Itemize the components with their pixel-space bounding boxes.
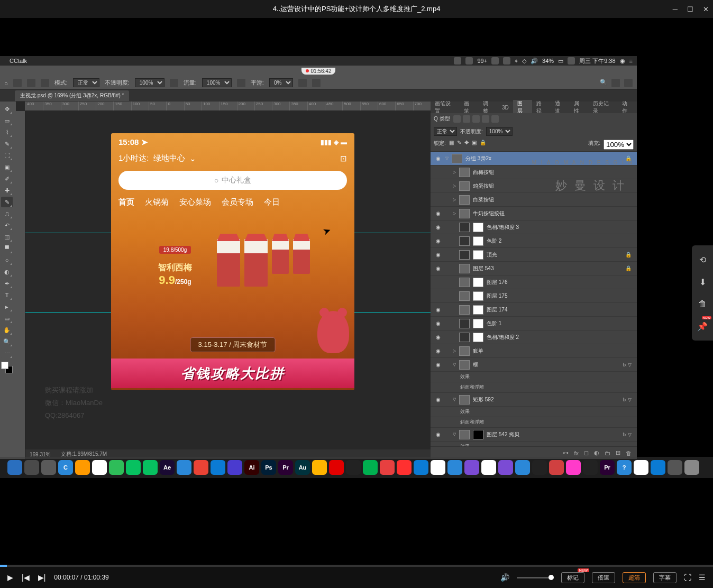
blend-mode-select[interactable]: 正常 <box>434 127 457 136</box>
dock-app[interactable]: N <box>481 460 496 475</box>
panel-tab[interactable]: 通道 <box>551 100 570 115</box>
volume-slider[interactable] <box>517 577 554 578</box>
expand-arrow[interactable]: ▷ <box>453 183 459 188</box>
visibility-toggle[interactable]: ◉ <box>431 238 445 244</box>
dock-app[interactable] <box>363 460 378 475</box>
dock-app[interactable] <box>227 460 242 475</box>
pressure-opacity-icon[interactable] <box>170 79 178 87</box>
dock-app[interactable] <box>549 460 564 475</box>
dock-app[interactable] <box>447 460 462 475</box>
dock-app[interactable] <box>684 460 699 475</box>
dock-app[interactable] <box>211 460 225 475</box>
menu-icon-1[interactable] <box>454 57 461 65</box>
minimize-button[interactable]: ─ <box>673 5 678 13</box>
link-icon[interactable]: ⊶ <box>563 449 569 456</box>
dock-app[interactable]: Ai <box>244 460 259 475</box>
dock-app[interactable] <box>346 460 361 475</box>
dock-app[interactable]: Pr <box>600 460 615 475</box>
play-button[interactable]: ▶ <box>7 573 13 582</box>
history-brush-tool[interactable]: ↶ <box>1 220 13 231</box>
share-icon[interactable]: ⟲ <box>697 254 708 265</box>
filter-image-icon[interactable] <box>453 115 461 123</box>
path-select-tool[interactable]: ▸ <box>1 301 13 312</box>
smooth-select[interactable]: 0% <box>269 78 293 87</box>
workspace-icon[interactable] <box>611 79 620 87</box>
flow-select[interactable]: 100% <box>202 78 232 87</box>
dock-app[interactable] <box>177 460 191 475</box>
menu-icon-2[interactable] <box>465 57 473 65</box>
quick-select-tool[interactable]: ✎ <box>1 139 13 149</box>
layer-row[interactable]: 效果 <box>431 442 637 446</box>
maximize-button[interactable]: ☐ <box>687 5 693 13</box>
panel-tab[interactable]: 画笔设置 <box>431 100 460 115</box>
brush-panel-icon[interactable] <box>41 79 49 87</box>
visibility-toggle[interactable]: ◉ <box>431 362 445 368</box>
panel-tab[interactable]: 图层 <box>513 100 532 115</box>
dock-app[interactable] <box>668 460 682 475</box>
visibility-toggle[interactable]: ◉ <box>431 348 445 354</box>
volume-icon[interactable]: 🔊 <box>531 58 538 65</box>
layer-row[interactable]: ◉▷牛奶按钮按钮 <box>431 207 637 221</box>
wifi-icon[interactable]: ◇ <box>522 58 526 65</box>
gear-icon[interactable] <box>298 79 307 87</box>
menu-icon-4[interactable] <box>503 57 510 65</box>
edit-toolbar[interactable]: ⋯ <box>1 348 13 359</box>
expand-arrow[interactable]: ▽ <box>453 432 459 437</box>
fill-select[interactable]: 100% <box>604 140 634 150</box>
dock-app[interactable]: C <box>58 460 73 475</box>
dock-app[interactable]: ? <box>617 460 632 475</box>
playlist-button[interactable]: ☰ <box>699 573 706 582</box>
lasso-tool[interactable]: ⌇ <box>1 127 13 137</box>
filter-adjust-icon[interactable] <box>463 115 470 123</box>
dock-app[interactable] <box>380 460 395 475</box>
trash-icon[interactable]: 🗑 <box>626 450 632 456</box>
layer-row[interactable]: 斜面和浮雕 <box>431 417 637 428</box>
filter-type-icon[interactable] <box>472 115 480 123</box>
dock-app[interactable] <box>109 460 124 475</box>
dock-app[interactable] <box>583 460 598 475</box>
input-icon[interactable] <box>568 57 575 65</box>
layer-row[interactable]: ◉▷账单 <box>431 344 637 358</box>
layer-row[interactable]: ◉色阶 2 <box>431 234 637 248</box>
panel-tab[interactable]: 画笔 <box>460 100 479 115</box>
visibility-toggle[interactable]: ◉ <box>431 155 445 161</box>
lock-pos-icon[interactable]: ✥ <box>464 140 469 150</box>
dock-app[interactable] <box>498 460 513 475</box>
fx-indicator[interactable]: fx ▽ <box>623 397 632 402</box>
wechat-badge[interactable]: 99+ <box>477 58 487 64</box>
filter-smart-icon[interactable] <box>491 115 499 123</box>
brush-preset-icon[interactable] <box>13 79 22 87</box>
dock-app[interactable] <box>143 460 158 475</box>
dock-app[interactable] <box>532 460 547 475</box>
dock-app[interactable] <box>566 460 581 475</box>
blur-tool[interactable]: ○ <box>1 255 13 265</box>
speed-button[interactable]: 倍速 <box>592 572 615 583</box>
pen-tool[interactable]: ✒ <box>1 278 13 289</box>
dock-app[interactable]: Au <box>295 460 310 475</box>
expand-arrow[interactable]: ▽ <box>453 397 459 402</box>
visibility-toggle[interactable]: ◉ <box>431 252 445 258</box>
search-icon[interactable]: 🔍 <box>600 79 607 87</box>
zoom-level[interactable]: 169.31% <box>30 452 50 457</box>
dock-app[interactable]: 21 <box>431 460 445 475</box>
layer-row[interactable]: ◉色阶 1 <box>431 317 637 330</box>
dock-app[interactable]: Pr <box>278 460 293 475</box>
layer-opacity-select[interactable]: 100% <box>486 127 513 136</box>
canvas-area[interactable]: 4003503002502001501005005010015020025030… <box>16 102 431 459</box>
dock-app[interactable] <box>312 460 327 475</box>
dock-app[interactable] <box>41 460 56 475</box>
layer-row[interactable]: 图层 176 <box>431 275 637 289</box>
fx-indicator[interactable]: fx ▽ <box>623 362 632 368</box>
volume-icon[interactable]: 🔊 <box>500 573 509 582</box>
lock-nest-icon[interactable]: ▣ <box>472 140 477 150</box>
layer-row[interactable]: ◉色相/饱和度 2 <box>431 330 637 344</box>
filter-shape-icon[interactable] <box>482 115 489 123</box>
hand-tool[interactable]: ✋ <box>1 325 13 335</box>
close-button[interactable]: ✕ <box>703 5 709 13</box>
dock-app[interactable] <box>24 460 39 475</box>
delete-icon[interactable]: 🗑 <box>697 298 708 310</box>
dock-app[interactable] <box>634 460 648 475</box>
adjust-icon[interactable]: ◐ <box>594 449 599 456</box>
panel-tab[interactable]: 路径 <box>532 100 551 115</box>
fx-indicator[interactable]: fx ▽ <box>623 432 632 437</box>
